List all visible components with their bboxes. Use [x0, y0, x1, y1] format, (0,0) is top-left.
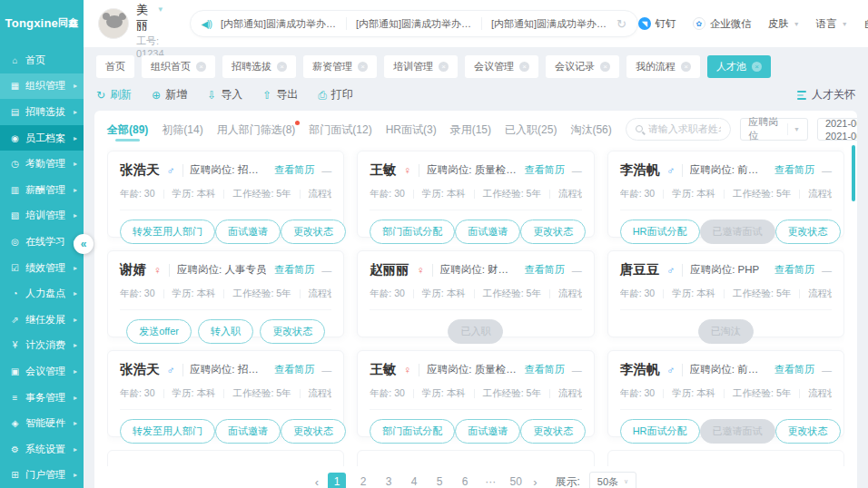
forward-to-department-button[interactable]: 转发至用人部门: [120, 419, 215, 444]
page-button[interactable]: 2: [355, 475, 371, 488]
tab-my-process[interactable]: 我的流程×: [626, 55, 700, 78]
sidebar-collapse-button[interactable]: «: [74, 234, 94, 254]
print-button[interactable]: ⎙打印: [318, 87, 353, 102]
collapse-card-icon[interactable]: —: [822, 365, 832, 376]
interview-invite-button[interactable]: 面试邀请: [455, 220, 520, 244]
tab-home[interactable]: 首页: [96, 55, 134, 78]
page-button[interactable]: 4: [406, 475, 422, 488]
refresh-notices-icon[interactable]: ↻: [616, 17, 626, 31]
collapse-card-icon[interactable]: —: [822, 165, 832, 176]
sidebar-item-home[interactable]: ⌂首页: [0, 47, 84, 73]
collapse-card-icon[interactable]: —: [572, 165, 582, 176]
change-status-button[interactable]: 更改状态: [520, 419, 586, 444]
user-name-dropdown[interactable]: 王美丽▼: [136, 0, 164, 34]
sidebar-item-employee-files[interactable]: ◉员工档案▸: [0, 125, 84, 151]
view-resume-link[interactable]: 查看简历: [525, 363, 565, 376]
scrollbar-thumb[interactable]: [852, 145, 855, 201]
page-button[interactable]: 5: [431, 475, 448, 488]
notice-item[interactable]: [内部通知]圆满成功举办首人协会员...: [356, 17, 472, 31]
filter-tab-eliminated[interactable]: 淘汰(56): [570, 113, 611, 145]
sidebar-item-attendance[interactable]: ◷考勤管理▸: [0, 151, 84, 177]
sidebar-item-metered-pay[interactable]: ¥计次消费▸: [0, 333, 84, 359]
position-select[interactable]: 应聘岗位▼: [740, 118, 808, 141]
custom-desktop-dropdown[interactable]: 自定义桌面▼: [864, 17, 868, 31]
sidebar-item-elearning[interactable]: ◎在线学习▸: [0, 229, 84, 255]
hr-interview-assign-button[interactable]: HR面试分配: [620, 220, 700, 244]
view-resume-link[interactable]: 查看简历: [774, 263, 814, 277]
tab-meeting-records[interactable]: 会议记录×: [546, 55, 619, 78]
date-range-picker[interactable]: 2021-06-01至2021-06-21: [817, 118, 857, 141]
sidebar-item-succession[interactable]: ⇗继任发展▸: [0, 307, 84, 333]
view-resume-link[interactable]: 查看简历: [774, 163, 814, 177]
filter-tab-prescreen[interactable]: 初筛(14): [162, 113, 202, 145]
sidebar-item-performance[interactable]: ☑绩效管理▸: [0, 255, 84, 281]
collapse-card-icon[interactable]: —: [321, 365, 331, 376]
sidebar-item-recruit[interactable]: ▤招聘选拔▸: [0, 99, 84, 125]
tab-talent-pool[interactable]: 人才池×: [707, 55, 771, 78]
change-status-button[interactable]: 更改状态: [281, 419, 346, 444]
tab-meeting[interactable]: 会议管理×: [465, 55, 538, 78]
dept-interview-assign-button[interactable]: 部门面试分配: [370, 220, 455, 244]
send-offer-button[interactable]: 发送offer: [126, 319, 192, 344]
prev-page-button[interactable]: ‹: [315, 475, 319, 488]
search-input[interactable]: [648, 123, 722, 134]
close-icon[interactable]: ×: [277, 62, 287, 72]
view-resume-link[interactable]: 查看简历: [274, 263, 314, 277]
page-button[interactable]: 1: [328, 473, 346, 488]
add-button[interactable]: ⊕新增: [152, 87, 187, 102]
interview-invite-button[interactable]: 面试邀请: [215, 220, 281, 244]
sidebar-item-payroll[interactable]: ▥薪酬管理▸: [0, 177, 84, 203]
tab-recruit[interactable]: 招聘选拔×: [222, 55, 296, 78]
wecom-link[interactable]: ✿企业微信: [693, 17, 752, 31]
page-ellipsis[interactable]: ···: [482, 475, 498, 488]
view-resume-link[interactable]: 查看简历: [525, 263, 565, 277]
sidebar-item-meetings[interactable]: ▣会议管理▸: [0, 358, 84, 385]
filter-tab-onboarded[interactable]: 已入职(25): [505, 113, 557, 145]
view-resume-link[interactable]: 查看简历: [525, 163, 565, 177]
skin-dropdown[interactable]: 皮肤▼: [768, 17, 800, 31]
export-button[interactable]: ⇧导出: [262, 87, 298, 102]
talent-relation-button[interactable]: 人才关怀: [797, 87, 855, 102]
interview-invite-button[interactable]: 面试邀请: [215, 419, 281, 444]
filter-tab-all[interactable]: 全部(89): [107, 113, 148, 145]
hr-interview-assign-button[interactable]: HR面试分配: [620, 419, 700, 444]
sidebar-item-org[interactable]: ▦组织管理▸: [0, 73, 84, 100]
close-icon[interactable]: ×: [600, 62, 610, 72]
notice-item[interactable]: [内部通知]圆满成功举办首人协会员...: [221, 17, 337, 31]
collapse-card-icon[interactable]: —: [321, 165, 331, 176]
tab-training[interactable]: 培训管理×: [384, 55, 458, 78]
change-status-button[interactable]: 更改状态: [775, 419, 841, 444]
filter-tab-dept-screen[interactable]: 用人部门筛选(8): [217, 113, 296, 145]
page-size-select[interactable]: 50条∨: [589, 472, 636, 488]
sidebar-item-settings[interactable]: ⚙系统设置▸: [0, 436, 84, 463]
filter-tab-dept-interview[interactable]: 部门面试(12): [309, 113, 371, 145]
next-page-button[interactable]: ›: [533, 475, 537, 488]
avatar[interactable]: [98, 8, 129, 39]
sidebar-item-hr-review[interactable]: ◔人力盘点▸: [0, 280, 84, 307]
close-icon[interactable]: ×: [752, 62, 762, 72]
filter-tab-hr-interview[interactable]: HR面试(3): [386, 113, 437, 145]
notice-item[interactable]: [内部通知]圆满成功举办首人协会员...: [491, 17, 607, 31]
view-resume-link[interactable]: 查看简历: [274, 363, 314, 376]
sidebar-item-training[interactable]: ▧培训管理▸: [0, 203, 84, 229]
close-icon[interactable]: ×: [681, 62, 691, 72]
view-resume-link[interactable]: 查看简历: [274, 163, 314, 177]
interview-invite-button[interactable]: 面试邀请: [455, 419, 520, 444]
close-icon[interactable]: ×: [358, 62, 368, 72]
page-button[interactable]: 50: [508, 475, 524, 488]
change-status-button[interactable]: 更改状态: [281, 220, 346, 244]
sidebar-item-smart-hardware[interactable]: ◈智能硬件▸: [0, 410, 84, 436]
close-icon[interactable]: ×: [519, 62, 529, 72]
close-icon[interactable]: ×: [439, 62, 449, 72]
change-status-button[interactable]: 更改状态: [775, 220, 841, 244]
change-status-button[interactable]: 更改状态: [520, 220, 586, 244]
import-button[interactable]: ⇩导入: [207, 87, 242, 102]
page-button[interactable]: 3: [380, 475, 397, 488]
dept-interview-assign-button[interactable]: 部门面试分配: [370, 419, 455, 444]
tab-org-home[interactable]: 组织首页×: [142, 55, 215, 78]
change-status-button[interactable]: 更改状态: [260, 319, 325, 344]
convert-to-hire-button[interactable]: 转入职: [198, 319, 253, 344]
collapse-card-icon[interactable]: —: [572, 365, 582, 376]
view-resume-link[interactable]: 查看简历: [774, 363, 814, 376]
close-icon[interactable]: ×: [196, 62, 206, 72]
